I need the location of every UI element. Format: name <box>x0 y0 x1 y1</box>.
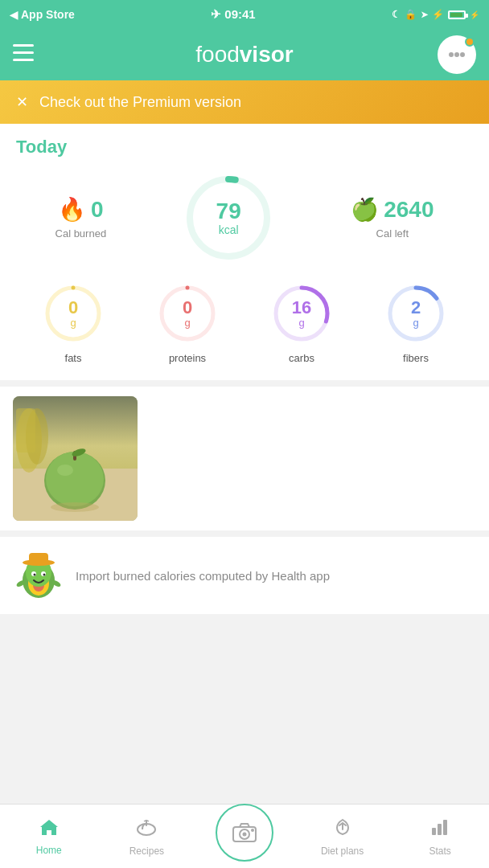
carbs-value: 16 <box>292 299 311 317</box>
status-bar-left: ◀ App Store <box>10 8 75 21</box>
svg-point-3 <box>449 52 454 57</box>
nav-item-camera[interactable] <box>195 805 294 868</box>
carbs-unit: g <box>298 317 304 329</box>
app-logo: foodvisor <box>195 42 293 68</box>
kcal-ring-text: 79 kcal <box>216 199 241 237</box>
bottom-nav: Home Recipes <box>0 804 489 868</box>
nav-item-diet-plans[interactable]: Diet plans <box>294 805 392 868</box>
back-icon: ◀ <box>10 9 18 21</box>
svg-point-43 <box>251 829 254 832</box>
chat-icon <box>446 47 467 63</box>
bluetooth-icon: ⚡ <box>432 9 444 20</box>
nav-item-recipes[interactable]: Recipes <box>98 805 196 868</box>
moon-icon: ☾ <box>392 9 401 20</box>
kcal-ring: 79 kcal <box>184 174 273 262</box>
recipes-svg-icon <box>136 817 157 837</box>
chat-button-container[interactable] <box>438 35 476 74</box>
cal-left-value-row: 🍏 2640 <box>351 196 434 223</box>
app-header: foodvisor <box>0 29 489 80</box>
nav-label-home: Home <box>36 845 62 856</box>
nav-label-recipes: Recipes <box>129 845 164 857</box>
flame-icon: 🔥 <box>58 196 86 223</box>
proteins-label: proteins <box>169 352 206 364</box>
import-banner[interactable]: Import burned calories computed by Healt… <box>0 537 489 614</box>
stats-icon <box>429 817 450 842</box>
diet-plans-svg-icon <box>332 817 353 837</box>
kcal-unit: kcal <box>219 223 239 236</box>
svg-point-22 <box>57 465 73 476</box>
nav-label-stats: Stats <box>429 845 450 857</box>
proteins-ring: 0 g <box>155 281 220 346</box>
battery-icon <box>448 10 466 19</box>
logo-second: visor <box>240 42 294 67</box>
premium-banner[interactable]: ✕ Check out the Premium version <box>0 80 489 124</box>
camera-svg-icon <box>232 821 257 844</box>
cal-burned-value-row: 🔥 0 <box>58 196 104 223</box>
cal-left-value: 2640 <box>384 197 434 223</box>
recipes-icon <box>136 817 157 842</box>
cal-burned-widget: 🔥 0 Cal burned <box>55 196 107 240</box>
food-photo[interactable] <box>13 396 138 521</box>
macro-proteins: 0 g proteins <box>155 281 220 364</box>
svg-rect-45 <box>438 824 442 835</box>
proteins-value: 0 <box>183 299 192 317</box>
location-icon: ➤ <box>421 10 428 20</box>
svg-point-42 <box>242 832 246 836</box>
logo-first: food <box>195 42 240 67</box>
camera-circle[interactable] <box>216 804 273 862</box>
svg-point-35 <box>43 574 46 576</box>
macros-row: 0 g fats 0 g proteins 16 g <box>16 281 473 364</box>
diet-plans-icon <box>332 817 353 842</box>
cal-left-widget: 🍏 2640 Cal left <box>351 196 434 240</box>
home-icon <box>39 817 60 841</box>
status-bar-right: ☾ 🔒 ➤ ⚡ ⚡ <box>392 9 479 20</box>
avocado-avatar <box>13 550 64 601</box>
food-log-section <box>0 387 489 530</box>
nav-item-stats[interactable]: Stats <box>391 805 489 868</box>
time-display: 09:41 <box>224 7 255 21</box>
svg-rect-2 <box>13 59 34 61</box>
today-section: Today 🔥 0 Cal burned 79 <box>0 124 489 380</box>
lock-icon: 🔒 <box>405 9 417 20</box>
chat-button[interactable] <box>438 35 476 74</box>
calories-row: 🔥 0 Cal burned 79 kcal <box>16 174 473 262</box>
nav-label-diet-plans: Diet plans <box>321 845 364 857</box>
header-menu-icon[interactable] <box>13 44 34 65</box>
close-premium-button[interactable]: ✕ <box>16 93 28 111</box>
svg-rect-31 <box>29 553 48 564</box>
fibers-ring: 2 g <box>384 281 448 346</box>
svg-point-34 <box>34 574 36 576</box>
fats-value: 0 <box>68 299 78 317</box>
fibers-label: fibers <box>403 352 429 364</box>
svg-rect-1 <box>13 51 34 54</box>
stats-svg-icon <box>429 817 450 837</box>
today-label: Today <box>16 137 473 158</box>
fibers-value: 2 <box>411 299 421 317</box>
status-bar: ◀ App Store ✈ 09:41 ☾ 🔒 ➤ ⚡ ⚡ <box>0 0 489 29</box>
cal-left-label: Cal left <box>376 227 409 240</box>
apple-icon: 🍏 <box>351 196 379 223</box>
kcal-value: 79 <box>216 199 241 224</box>
svg-rect-0 <box>13 44 34 47</box>
proteins-unit: g <box>184 317 190 329</box>
svg-rect-19 <box>16 408 35 452</box>
fibers-unit: g <box>413 317 418 329</box>
svg-rect-44 <box>432 828 436 835</box>
notification-dot <box>465 37 475 47</box>
cal-burned-value: 0 <box>91 197 104 223</box>
svg-point-4 <box>454 52 459 57</box>
macro-fibers: 2 g fibers <box>384 281 448 364</box>
food-image-svg <box>13 396 138 521</box>
premium-banner-text: Check out the Premium version <box>39 94 241 111</box>
fats-unit: g <box>70 317 76 329</box>
import-banner-text: Import burned calories computed by Healt… <box>76 567 330 584</box>
carbs-ring: 16 g <box>269 281 334 346</box>
status-bar-time: ✈ 09:41 <box>75 7 392 22</box>
svg-point-25 <box>51 502 99 512</box>
home-svg-icon <box>39 817 60 837</box>
carbs-label: carbs <box>289 352 314 364</box>
svg-point-5 <box>460 52 465 57</box>
svg-rect-46 <box>443 820 447 835</box>
charging-icon: ⚡ <box>470 10 479 19</box>
nav-item-home[interactable]: Home <box>0 805 98 868</box>
